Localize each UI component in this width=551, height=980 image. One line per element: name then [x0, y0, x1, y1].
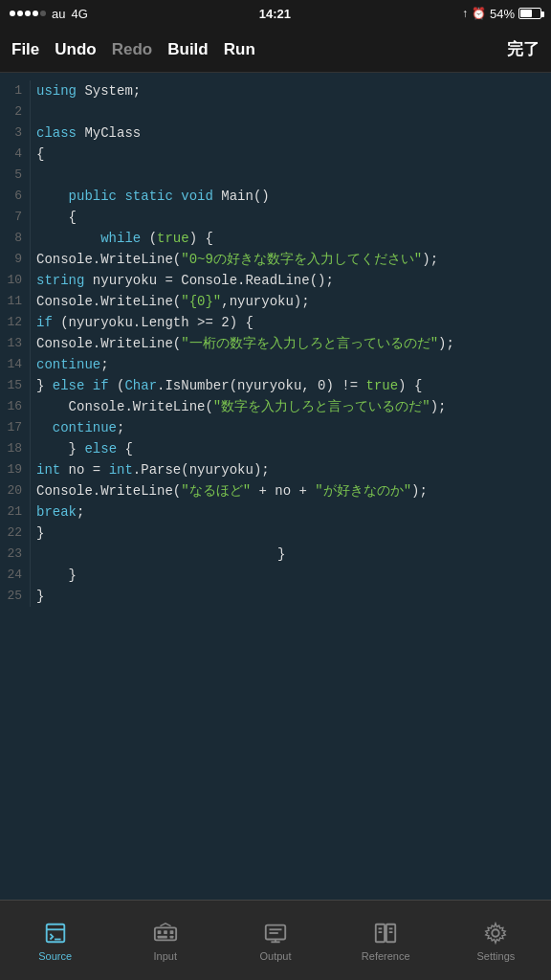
line-content[interactable]: { — [36, 144, 551, 165]
menu-bar: File Undo Redo Build Run 完了 — [0, 27, 551, 73]
code-line-10: 10string nyuryoku = Console.ReadLine(); — [0, 270, 551, 291]
status-right: ↑ ⏰ 54% — [462, 7, 541, 21]
line-number: 12 — [0, 312, 31, 333]
line-content[interactable]: } — [36, 523, 551, 544]
code-line-15: 15} else if (Char.IsNumber(nyuryoku, 0) … — [0, 375, 551, 396]
code-line-6: 6 public static void Main() — [0, 186, 551, 207]
status-left: au 4G — [10, 7, 88, 21]
tab-bar: Source Input Outpu — [0, 900, 551, 980]
output-icon — [262, 920, 289, 947]
alarm-icon: ⏰ — [472, 7, 486, 20]
line-content[interactable]: { — [36, 207, 551, 228]
line-content[interactable]: break; — [36, 501, 551, 523]
source-icon — [42, 920, 69, 947]
code-line-20: 20Console.WriteLine("なるほど" + no + "が好きなの… — [0, 480, 551, 501]
tab-output-label: Output — [259, 950, 291, 962]
status-bar: au 4G 14:21 ↑ ⏰ 54% — [0, 0, 551, 27]
line-number: 16 — [0, 396, 31, 417]
line-number: 6 — [0, 186, 31, 207]
line-number: 19 — [0, 459, 31, 480]
line-content[interactable]: } — [36, 586, 551, 607]
settings-icon — [482, 920, 509, 947]
line-number: 9 — [0, 249, 31, 270]
line-content[interactable]: Console.WriteLine("0~9の好きな数字を入力してください"); — [36, 249, 551, 270]
input-icon — [152, 920, 179, 947]
line-content[interactable]: public static void Main() — [36, 186, 551, 207]
line-number: 22 — [0, 523, 31, 544]
code-line-19: 19int no = int.Parse(nyuryoku); — [0, 459, 551, 480]
line-number: 11 — [0, 291, 31, 312]
svg-rect-8 — [169, 935, 173, 938]
location-icon: ↑ — [462, 7, 468, 20]
line-number: 20 — [0, 480, 31, 501]
svg-rect-6 — [169, 930, 173, 934]
line-content[interactable]: Console.WriteLine("なるほど" + no + "が好きなのか"… — [36, 480, 551, 501]
tab-input-label: Input — [154, 950, 177, 962]
line-content[interactable]: } — [36, 544, 551, 565]
tab-source[interactable]: Source — [0, 901, 110, 980]
code-line-5: 5 — [0, 165, 551, 186]
code-editor: 1using System;23class MyClass4{56 public… — [0, 73, 551, 858]
line-number: 18 — [0, 438, 31, 459]
menu-build[interactable]: Build — [167, 40, 209, 59]
line-number: 17 — [0, 417, 31, 438]
line-number: 14 — [0, 354, 31, 375]
tab-settings[interactable]: Settings — [441, 901, 551, 980]
svg-rect-5 — [164, 930, 167, 934]
line-number: 2 — [0, 101, 31, 122]
code-line-16: 16 Console.WriteLine("数字を入力しろと言っているのだ"); — [0, 396, 551, 417]
line-content[interactable]: Console.WriteLine("{0}",nyuryoku); — [36, 291, 551, 312]
line-content[interactable]: if (nyuryoku.Length >= 2) { — [36, 312, 551, 333]
code-line-22: 22} — [0, 523, 551, 544]
battery-icon — [518, 8, 541, 19]
line-content[interactable]: while (true) { — [36, 228, 551, 249]
line-number: 8 — [0, 228, 31, 249]
line-content[interactable]: class MyClass — [36, 122, 551, 144]
menu-redo[interactable]: Redo — [112, 40, 153, 59]
menu-undo[interactable]: Undo — [55, 40, 96, 59]
battery-label: 54% — [490, 7, 515, 21]
line-content[interactable] — [36, 101, 551, 122]
code-line-4: 4{ — [0, 144, 551, 165]
line-content[interactable]: Console.WriteLine("一桁の数字を入力しろと言っているのだ"); — [36, 333, 551, 354]
code-line-24: 24 } — [0, 565, 551, 586]
code-line-3: 3class MyClass — [0, 122, 551, 144]
line-content[interactable]: Console.WriteLine("数字を入力しろと言っているのだ"); — [36, 396, 551, 417]
code-line-1: 1using System; — [0, 80, 551, 101]
line-number: 3 — [0, 122, 31, 144]
line-content[interactable]: } — [36, 565, 551, 586]
reference-icon — [372, 920, 399, 947]
code-line-21: 21break; — [0, 501, 551, 523]
menu-done[interactable]: 完了 — [507, 38, 540, 60]
menu-file[interactable]: File — [11, 40, 39, 59]
line-content[interactable]: continue; — [36, 417, 551, 438]
line-content[interactable]: int no = int.Parse(nyuryoku); — [36, 459, 551, 480]
code-line-17: 17 continue; — [0, 417, 551, 438]
line-content[interactable]: continue; — [36, 354, 551, 375]
code-line-12: 12if (nyuryoku.Length >= 2) { — [0, 312, 551, 333]
line-content[interactable]: } else { — [36, 438, 551, 459]
menu-run[interactable]: Run — [224, 40, 255, 59]
network-label: 4G — [71, 7, 87, 21]
code-line-2: 2 — [0, 101, 551, 122]
line-number: 10 — [0, 270, 31, 291]
line-content[interactable]: string nyuryoku = Console.ReadLine(); — [36, 270, 551, 291]
carrier-label: au — [52, 7, 65, 21]
code-line-23: 23 } — [0, 544, 551, 565]
tab-reference[interactable]: Reference — [331, 901, 441, 980]
time-label: 14:21 — [259, 7, 291, 21]
tab-reference-label: Reference — [362, 950, 410, 962]
tab-source-label: Source — [38, 950, 72, 962]
svg-point-20 — [493, 929, 499, 936]
tab-input[interactable]: Input — [110, 901, 220, 980]
signal-icon — [10, 11, 46, 16]
code-line-13: 13Console.WriteLine("一桁の数字を入力しろと言っているのだ"… — [0, 333, 551, 354]
code-line-8: 8 while (true) { — [0, 228, 551, 249]
tab-output[interactable]: Output — [220, 901, 330, 980]
line-number: 7 — [0, 207, 31, 228]
line-number: 23 — [0, 544, 31, 565]
line-content[interactable]: using System; — [36, 80, 551, 101]
svg-rect-9 — [266, 924, 285, 939]
line-content[interactable]: } else if (Char.IsNumber(nyuryoku, 0) !=… — [36, 375, 551, 396]
line-content[interactable] — [36, 165, 551, 186]
